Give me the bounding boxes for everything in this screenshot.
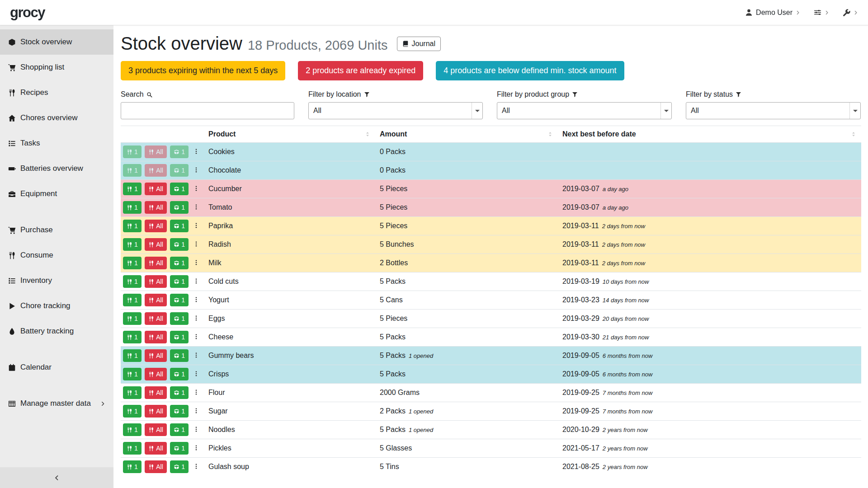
consume-one-button[interactable]: 1 [123, 349, 142, 362]
row-menu-button[interactable] [192, 258, 200, 269]
open-one-button[interactable]: 1 [170, 460, 189, 473]
consume-all-button[interactable]: All [145, 331, 167, 343]
consume-all-button[interactable]: All [145, 405, 167, 418]
consume-all-button[interactable]: All [145, 368, 167, 380]
sidebar-item-equipment[interactable]: Equipment [0, 181, 113, 206]
open-one-button[interactable]: 1 [170, 442, 189, 455]
consume-one-button[interactable]: 1 [123, 238, 142, 251]
row-menu-button[interactable] [192, 443, 200, 454]
consume-all-button[interactable]: All [145, 220, 167, 232]
consume-one-button[interactable]: 1 [123, 145, 142, 158]
sidebar-item-recipes[interactable]: Recipes [0, 80, 113, 105]
consume-one-button[interactable]: 1 [123, 201, 142, 214]
consume-all-button[interactable]: All [145, 460, 167, 473]
admin-menu[interactable] [843, 9, 858, 16]
sidebar-item-calendar[interactable]: Calendar [0, 355, 113, 380]
open-one-button[interactable]: 1 [170, 312, 189, 325]
consume-one-button[interactable]: 1 [123, 294, 142, 306]
sidebar-item-chore-tracking[interactable]: Chore tracking [0, 293, 113, 319]
open-one-button[interactable]: 1 [170, 201, 189, 214]
status-badge[interactable]: 3 products expiring within the next 5 da… [121, 61, 285, 80]
row-menu-button[interactable] [192, 424, 200, 436]
row-menu-button[interactable] [192, 350, 200, 361]
row-menu-button[interactable] [192, 221, 200, 232]
row-menu-button[interactable] [192, 183, 200, 195]
consume-one-button[interactable]: 1 [123, 423, 142, 436]
search-input[interactable] [121, 102, 294, 119]
consume-all-button[interactable]: All [145, 275, 167, 288]
product-group-select[interactable]: All [497, 102, 672, 119]
consume-all-button[interactable]: All [145, 257, 167, 269]
sidebar-item-stock-overview[interactable]: Stock overview [0, 29, 113, 55]
sidebar-item-shopping-list[interactable]: Shopping list [0, 55, 113, 80]
sidebar-item-manage-master-data[interactable]: Manage master data [0, 391, 113, 416]
row-menu-button[interactable] [192, 165, 200, 176]
status-badge[interactable]: 2 products are already expired [298, 61, 423, 80]
sidebar-collapse-button[interactable] [0, 467, 113, 488]
consume-one-button[interactable]: 1 [123, 312, 142, 325]
sidebar-item-tasks[interactable]: Tasks [0, 131, 113, 156]
row-menu-button[interactable] [192, 295, 200, 306]
open-one-button[interactable]: 1 [170, 386, 189, 399]
open-one-button[interactable]: 1 [170, 183, 189, 195]
consume-all-button[interactable]: All [145, 201, 167, 214]
consume-all-button[interactable]: All [145, 442, 167, 455]
row-menu-button[interactable] [192, 313, 200, 324]
consume-all-button[interactable]: All [145, 423, 167, 436]
consume-one-button[interactable]: 1 [123, 405, 142, 418]
open-one-button[interactable]: 1 [170, 145, 189, 158]
consume-all-button[interactable]: All [145, 183, 167, 195]
row-menu-button[interactable] [192, 202, 200, 213]
row-menu-button[interactable] [192, 387, 200, 399]
open-one-button[interactable]: 1 [170, 257, 189, 269]
open-one-button[interactable]: 1 [170, 275, 189, 288]
sidebar-item-consume[interactable]: Consume [0, 243, 113, 268]
column-next-best-before-date[interactable]: Next best before date [558, 126, 861, 143]
consume-one-button[interactable]: 1 [123, 386, 142, 399]
row-menu-button[interactable] [192, 332, 200, 343]
row-menu-button[interactable] [192, 146, 200, 158]
sidebar-item-batteries-overview[interactable]: Batteries overview [0, 156, 113, 181]
consume-all-button[interactable]: All [145, 386, 167, 399]
row-menu-button[interactable] [192, 461, 200, 473]
row-menu-button[interactable] [192, 239, 200, 250]
consume-one-button[interactable]: 1 [123, 257, 142, 269]
row-menu-button[interactable] [192, 276, 200, 287]
open-one-button[interactable]: 1 [170, 368, 189, 380]
column-product[interactable]: Product [204, 126, 375, 143]
status-badge[interactable]: 4 products are below defined min. stock … [436, 61, 624, 80]
consume-one-button[interactable]: 1 [123, 220, 142, 232]
open-one-button[interactable]: 1 [170, 405, 189, 418]
open-one-button[interactable]: 1 [170, 164, 189, 177]
sidebar-item-battery-tracking[interactable]: Battery tracking [0, 319, 113, 344]
consume-one-button[interactable]: 1 [123, 164, 142, 177]
open-one-button[interactable]: 1 [170, 220, 189, 232]
open-one-button[interactable]: 1 [170, 238, 189, 251]
consume-all-button[interactable]: All [145, 164, 167, 177]
open-one-button[interactable]: 1 [170, 294, 189, 306]
consume-all-button[interactable]: All [145, 145, 167, 158]
consume-all-button[interactable]: All [145, 238, 167, 251]
consume-one-button[interactable]: 1 [123, 442, 142, 455]
sidebar-item-inventory[interactable]: Inventory [0, 268, 113, 293]
user-menu[interactable]: Demo User [745, 9, 800, 17]
row-menu-button[interactable] [192, 406, 200, 417]
consume-one-button[interactable]: 1 [123, 275, 142, 288]
consume-one-button[interactable]: 1 [123, 368, 142, 380]
journal-button[interactable]: Journal [397, 37, 441, 51]
open-one-button[interactable]: 1 [170, 331, 189, 343]
settings-menu[interactable] [814, 9, 829, 16]
consume-one-button[interactable]: 1 [123, 460, 142, 473]
sidebar-item-purchase[interactable]: Purchase [0, 217, 113, 243]
status-select[interactable]: All [686, 102, 861, 119]
consume-all-button[interactable]: All [145, 312, 167, 325]
open-one-button[interactable]: 1 [170, 423, 189, 436]
column-amount[interactable]: Amount [375, 126, 558, 143]
open-one-button[interactable]: 1 [170, 349, 189, 362]
consume-one-button[interactable]: 1 [123, 183, 142, 195]
consume-all-button[interactable]: All [145, 294, 167, 306]
consume-all-button[interactable]: All [145, 349, 167, 362]
consume-one-button[interactable]: 1 [123, 331, 142, 343]
location-select[interactable]: All [308, 102, 483, 119]
row-menu-button[interactable] [192, 369, 200, 380]
